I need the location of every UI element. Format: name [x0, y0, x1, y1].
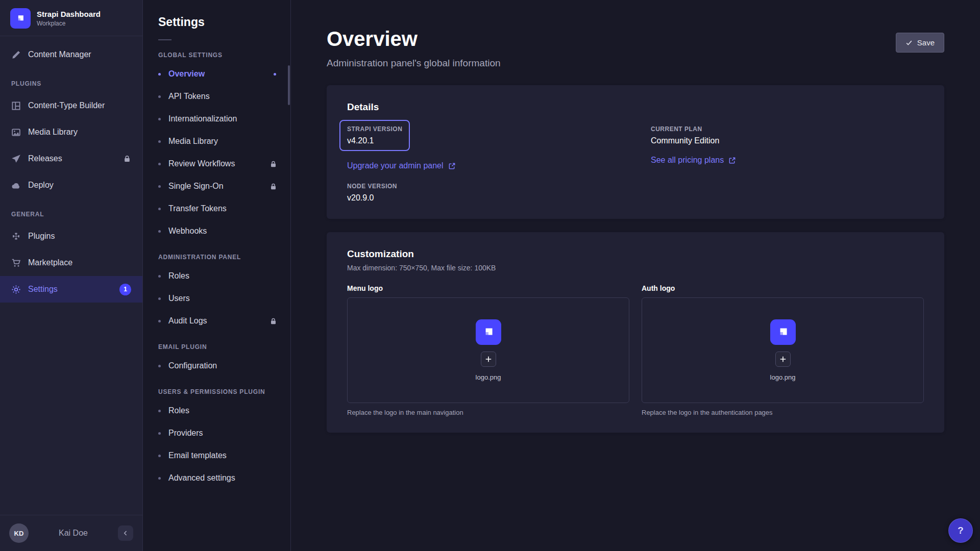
workplace-subtitle: Workplace — [37, 20, 101, 27]
auth-logo-hint: Replace the logo in the authentication p… — [642, 409, 924, 416]
subnav-item-email-configuration[interactable]: Configuration — [143, 355, 290, 377]
nav-item-content-manager[interactable]: Content Manager — [0, 41, 142, 68]
bullet-icon — [158, 73, 161, 76]
bullet-icon — [158, 320, 161, 322]
subnav-item-label: Configuration — [168, 361, 217, 370]
subnav-item-webhooks[interactable]: Webhooks — [143, 220, 290, 242]
details-card: Details STRAPI VERSION v4.20.1 Upgrade y… — [327, 85, 944, 219]
workplace-brand[interactable]: Strapi Dashboard Workplace — [0, 0, 142, 36]
brand-text: Strapi Dashboard Workplace — [37, 10, 101, 27]
subnav-item-providers[interactable]: Providers — [143, 422, 290, 444]
subnav-item-single-sign-on[interactable]: Single Sign-On — [143, 175, 290, 197]
subnav-title: Settings — [143, 15, 290, 29]
pricing-plans-link[interactable]: See all pricing plans — [651, 156, 736, 165]
node-version-label: NODE VERSION — [347, 183, 620, 190]
subnav-item-label: Roles — [168, 271, 189, 281]
bullet-icon — [158, 432, 161, 435]
nav-item-deploy[interactable]: Deploy — [0, 172, 142, 198]
save-button[interactable]: Save — [896, 33, 944, 53]
subnav-section-email-plugin: EMAIL PLUGIN — [143, 343, 290, 350]
add-auth-logo-button[interactable] — [775, 352, 791, 367]
subnav-scrollbar[interactable] — [288, 65, 290, 105]
strapi-logo-preview-icon — [476, 319, 501, 345]
nav-section-general: GENERAL — [0, 211, 142, 218]
user-avatar[interactable]: KD — [9, 523, 29, 543]
strapi-version-value: v4.20.1 — [347, 136, 402, 145]
subnav-item-media-library[interactable]: Media Library — [143, 130, 290, 153]
upgrade-link-label: Upgrade your admin panel — [347, 161, 444, 170]
subnav-item-review-workflows[interactable]: Review Workflows — [143, 153, 290, 175]
customization-constraints: Max dimension: 750×750, Max file size: 1… — [347, 264, 924, 272]
subnav-item-email-templates[interactable]: Email templates — [143, 444, 290, 467]
lock-icon — [270, 160, 277, 168]
menu-logo-field: Menu logo logo.png Replace the logo in t… — [347, 284, 629, 416]
bullet-icon — [158, 185, 161, 188]
help-button[interactable]: ? — [948, 518, 973, 543]
bullet-icon — [158, 365, 161, 367]
nav-items: Content Manager PLUGINS Content-Type Bui… — [0, 36, 142, 515]
bullet-icon — [158, 297, 161, 300]
subnav-item-api-tokens[interactable]: API Tokens — [143, 85, 290, 108]
content-manager-icon — [11, 50, 21, 60]
nav-item-releases[interactable]: Releases — [0, 145, 142, 172]
nav-item-label: Content Manager — [28, 50, 91, 59]
subnav-item-label: Audit Logs — [168, 316, 207, 325]
collapse-sidebar-button[interactable] — [118, 525, 133, 541]
subnav-item-internationalization[interactable]: Internationalization — [143, 108, 290, 130]
nav-item-marketplace[interactable]: Marketplace — [0, 249, 142, 276]
auth-logo-upload-zone[interactable]: logo.png — [642, 297, 924, 403]
subnav-item-audit-logs[interactable]: Audit Logs — [143, 310, 290, 332]
external-link-icon — [728, 157, 736, 164]
subnav-item-transfer-tokens[interactable]: Transfer Tokens — [143, 197, 290, 220]
details-grid: STRAPI VERSION v4.20.1 Upgrade your admi… — [347, 120, 924, 203]
strapi-logo-icon — [10, 8, 31, 29]
customization-card-title: Customization — [347, 248, 924, 260]
settings-notification-badge: 1 — [119, 284, 131, 295]
nav-item-plugins[interactable]: Plugins — [0, 223, 142, 249]
auth-logo-label: Auth logo — [642, 284, 924, 292]
node-version-value: v20.9.0 — [347, 193, 620, 203]
nav-section-plugins: PLUGINS — [0, 80, 142, 87]
settings-subnav: Settings GLOBAL SETTINGS Overview API To… — [143, 0, 291, 551]
menu-logo-upload-zone[interactable]: logo.png — [347, 297, 629, 403]
subnav-item-admin-users[interactable]: Users — [143, 287, 290, 310]
details-left-column: STRAPI VERSION v4.20.1 Upgrade your admi… — [347, 120, 620, 203]
nav-item-label: Plugins — [28, 232, 55, 241]
subnav-section-global-settings: GLOBAL SETTINGS — [143, 52, 290, 59]
bullet-icon — [158, 410, 161, 412]
workplace-title: Strapi Dashboard — [37, 10, 101, 18]
lock-icon — [270, 317, 277, 325]
subnav-item-label: Internationalization — [168, 114, 237, 123]
subnav-section-users-permissions: USERS & PERMISSIONS PLUGIN — [143, 388, 290, 395]
subnav-item-label: Users — [168, 294, 190, 303]
current-plan-field: CURRENT PLAN Community Edition — [651, 126, 924, 145]
page-header-text: Overview Administration panel's global i… — [327, 28, 501, 69]
nav-item-content-type-builder[interactable]: Content-Type Builder — [0, 92, 142, 119]
auth-logo-filename: logo.png — [770, 373, 796, 381]
deploy-cloud-icon — [11, 181, 21, 190]
strapi-logo-preview-icon — [770, 319, 796, 345]
bullet-icon — [158, 163, 161, 165]
subnav-item-overview[interactable]: Overview — [143, 63, 290, 85]
bullet-icon — [158, 140, 161, 143]
external-link-icon — [448, 162, 456, 170]
subnav-item-label: Media Library — [168, 137, 218, 146]
logos-row: Menu logo logo.png Replace the logo in t… — [347, 284, 924, 416]
settings-gear-icon — [11, 285, 21, 294]
auth-logo-field: Auth logo logo.png Replace the logo in t… — [642, 284, 924, 416]
bullet-icon — [158, 230, 161, 233]
nav-item-settings[interactable]: Settings 1 — [0, 276, 142, 303]
nav-item-media-library[interactable]: Media Library — [0, 119, 142, 145]
bullet-icon — [158, 455, 161, 457]
page-title: Overview — [327, 28, 501, 51]
subnav-item-label: Roles — [168, 406, 189, 415]
nav-item-label: Deploy — [28, 181, 54, 190]
upgrade-admin-panel-link[interactable]: Upgrade your admin panel — [347, 161, 456, 170]
lock-icon — [270, 183, 277, 190]
subnav-item-up-roles[interactable]: Roles — [143, 399, 290, 422]
subnav-item-advanced-settings[interactable]: Advanced settings — [143, 467, 290, 489]
add-menu-logo-button[interactable] — [481, 352, 496, 367]
page-header: Overview Administration panel's global i… — [291, 0, 980, 72]
subnav-item-admin-roles[interactable]: Roles — [143, 265, 290, 287]
menu-logo-filename: logo.png — [476, 373, 501, 381]
